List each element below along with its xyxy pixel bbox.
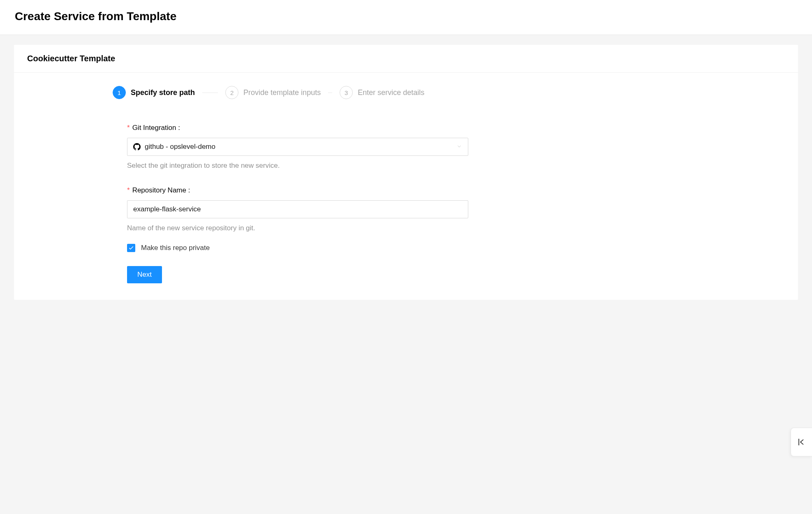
next-button[interactable]: Next xyxy=(127,266,162,283)
card-title: Cookiecutter Template xyxy=(27,54,785,63)
card: Cookiecutter Template 1 Specify store pa… xyxy=(14,45,798,300)
step-dash xyxy=(328,93,332,93)
steps: 1 Specify store path 2 Provide template … xyxy=(14,86,798,99)
git-integration-label-text: Git Integration : xyxy=(132,124,180,132)
git-integration-select[interactable]: github - opslevel-demo xyxy=(127,138,468,156)
card-header: Cookiecutter Template xyxy=(14,45,798,73)
checkbox-row-private: Make this repo private xyxy=(127,244,468,252)
form-item-repo-name: *Repository Name : Name of the new servi… xyxy=(127,186,468,232)
page-title: Create Service from Template xyxy=(15,10,797,23)
private-checkbox-label[interactable]: Make this repo private xyxy=(141,244,210,252)
content-wrap: Cookiecutter Template 1 Specify store pa… xyxy=(0,35,812,310)
chevron-down-icon xyxy=(456,144,462,150)
git-integration-value: github - opslevel-demo xyxy=(133,143,215,151)
step-1-circle: 1 xyxy=(113,86,126,99)
card-body: 1 Specify store path 2 Provide template … xyxy=(14,73,798,300)
check-icon xyxy=(128,245,134,251)
required-mark: * xyxy=(127,124,130,132)
github-icon xyxy=(133,143,141,150)
step-connector xyxy=(202,93,218,93)
repo-name-help: Name of the new service repository in gi… xyxy=(127,224,468,232)
step-1-label: Specify store path xyxy=(131,88,195,97)
step-3-circle: 3 xyxy=(340,86,353,99)
private-checkbox[interactable] xyxy=(127,244,135,252)
form-item-git-integration: *Git Integration : github - opslevel-dem… xyxy=(127,124,468,170)
git-integration-label: *Git Integration : xyxy=(127,124,468,132)
repo-name-input[interactable] xyxy=(127,200,468,218)
step-2-label: Provide template inputs xyxy=(243,88,321,97)
required-mark: * xyxy=(127,186,130,194)
repo-name-label-text: Repository Name : xyxy=(132,186,190,194)
git-integration-help: Select the git integration to store the … xyxy=(127,162,468,170)
git-integration-value-text: github - opslevel-demo xyxy=(145,143,215,151)
step-1[interactable]: 1 Specify store path xyxy=(113,86,195,99)
step-2[interactable]: 2 Provide template inputs xyxy=(225,86,321,99)
step-3[interactable]: 3 Enter service details xyxy=(340,86,424,99)
step-2-circle: 2 xyxy=(225,86,238,99)
repo-name-label: *Repository Name : xyxy=(127,186,468,194)
step-3-label: Enter service details xyxy=(358,88,424,97)
page-header: Create Service from Template xyxy=(0,0,812,35)
form-area: *Git Integration : github - opslevel-dem… xyxy=(127,124,468,283)
